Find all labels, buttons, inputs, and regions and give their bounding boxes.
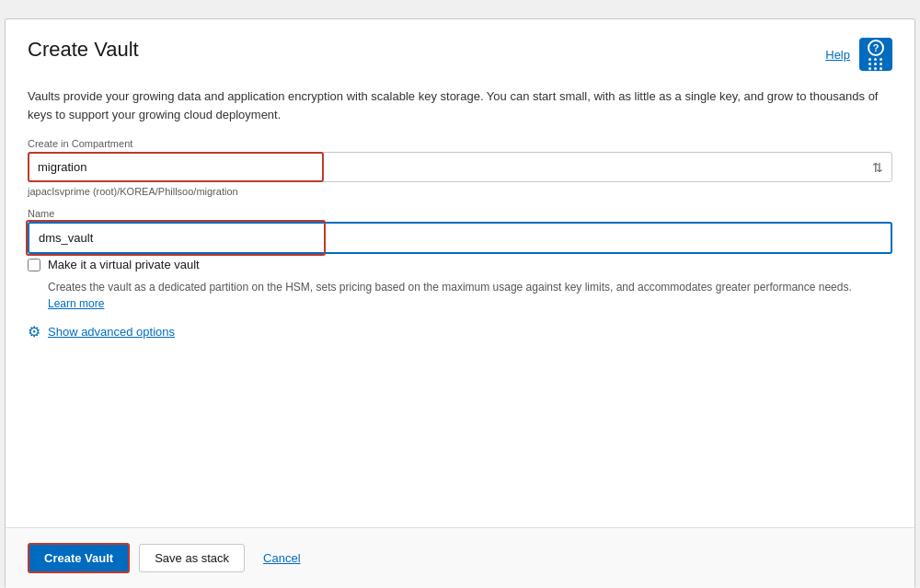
compartment-breadcrumb: japacIsvprime (root)/KOREA/Phillsoo/migr… [28, 186, 892, 197]
advanced-options-icon: ⚙ [28, 323, 40, 340]
name-label: Name [28, 208, 892, 219]
help-dots-icon [868, 58, 883, 70]
virtual-vault-row: Make it a virtual private vault [28, 258, 892, 271]
virtual-vault-checkbox[interactable] [28, 259, 40, 271]
modal-header: Create Vault Help ? [6, 19, 914, 80]
virtual-vault-info: Creates the vault as a dedicated partiti… [48, 279, 876, 312]
save-stack-button[interactable]: Save as stack [139, 544, 245, 572]
name-input[interactable] [28, 222, 892, 254]
modal-description: Vaults provide your growing data and app… [6, 80, 914, 138]
modal-title: Create Vault [28, 38, 139, 62]
compartment-label: Create in Compartment [28, 138, 892, 149]
compartment-field: Create in Compartment migration ⇅ japacI… [28, 138, 892, 197]
create-vault-modal: Create Vault Help ? [5, 18, 915, 588]
virtual-vault-label[interactable]: Make it a virtual private vault [48, 258, 200, 271]
compartment-select[interactable]: migration [28, 152, 892, 182]
name-field: Name [28, 208, 892, 254]
compartment-select-wrapper: migration ⇅ [28, 152, 892, 182]
create-vault-button[interactable]: Create Vault [28, 543, 130, 573]
help-circle-icon: ? [868, 40, 884, 56]
advanced-options-link[interactable]: Show advanced options [48, 325, 175, 339]
modal-body: Create in Compartment migration ⇅ japacI… [6, 138, 914, 527]
help-icon-inner: ? [868, 40, 884, 70]
learn-more-link[interactable]: Learn more [48, 297, 104, 310]
help-icon-button[interactable]: ? [859, 38, 892, 71]
name-input-wrapper [28, 222, 892, 254]
modal-footer: Create Vault Save as stack Cancel [6, 527, 914, 588]
help-link[interactable]: Help [825, 48, 850, 62]
advanced-options-row: ⚙ Show advanced options [28, 323, 892, 340]
cancel-button[interactable]: Cancel [254, 545, 309, 571]
header-actions: Help ? [825, 38, 892, 71]
